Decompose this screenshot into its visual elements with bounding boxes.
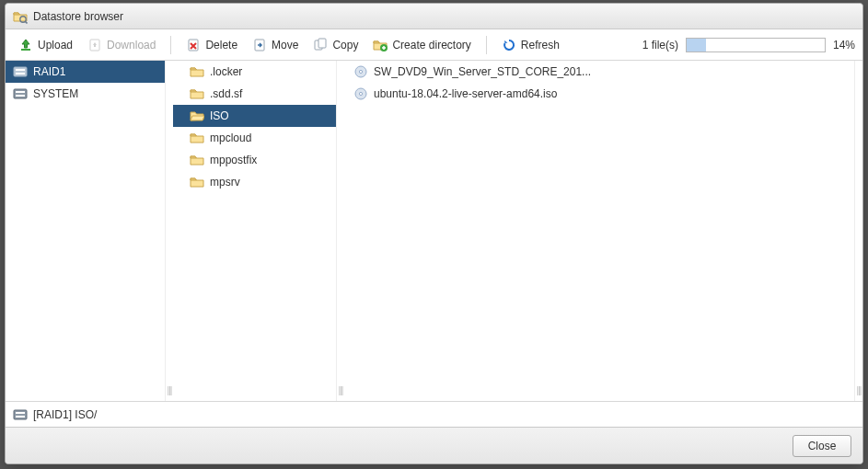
refresh-button[interactable]: Refresh <box>496 34 565 56</box>
datastore-icon <box>13 407 28 422</box>
folder-name: mppostfix <box>210 154 257 166</box>
folder-item[interactable]: mpsrv <box>173 171 336 193</box>
folder-icon <box>190 109 204 123</box>
folder-plus-icon <box>373 38 388 52</box>
folder-icon <box>190 86 204 101</box>
datastore-column: RAID1SYSTEM <box>6 61 166 401</box>
datastore-name: SYSTEM <box>33 87 78 100</box>
copy-icon <box>313 38 328 52</box>
datastore-browser-dialog: Datastore browser Upload Download Delete… <box>5 3 863 464</box>
delete-label: Delete <box>205 39 237 51</box>
folder-icon <box>190 153 204 167</box>
download-button[interactable]: Download <box>82 34 161 56</box>
delete-icon <box>186 38 201 52</box>
folder-item[interactable]: .locker <box>173 61 336 83</box>
titlebar: Datastore browser <box>6 4 862 29</box>
move-icon <box>252 38 267 52</box>
download-icon <box>87 38 102 52</box>
toolbar-separator <box>486 36 487 54</box>
folder-item[interactable]: .sdd.sf <box>173 83 336 105</box>
toolbar-separator <box>170 36 171 54</box>
column-resizer[interactable]: ||| <box>166 61 173 401</box>
download-label: Download <box>107 39 156 51</box>
folder-icon <box>190 131 204 145</box>
datastore-name: RAID1 <box>33 65 65 78</box>
datastore-item[interactable]: SYSTEM <box>6 83 165 105</box>
delete-button[interactable]: Delete <box>180 34 243 56</box>
datastore-browser-icon <box>13 9 28 24</box>
folder-item[interactable]: ISO <box>173 105 336 127</box>
toolbar: Upload Download Delete Move Copy Create … <box>6 29 862 61</box>
file-column: SW_DVD9_Win_Server_STD_CORE_201...ubuntu… <box>344 61 855 401</box>
upload-button[interactable]: Upload <box>13 34 78 56</box>
datastore-icon <box>13 64 28 79</box>
datastore-icon <box>13 86 28 101</box>
folder-name: mpcloud <box>210 132 251 144</box>
dialog-footer: Close <box>6 427 862 463</box>
content-area: RAID1SYSTEM ||| .locker.sdd.sfISOmpcloud… <box>6 61 862 401</box>
file-name: ubuntu-18.04.2-live-server-amd64.iso <box>374 87 557 100</box>
upload-progress <box>686 38 826 52</box>
create-directory-label: Create directory <box>392 39 470 51</box>
column-resizer[interactable]: ||| <box>855 61 862 401</box>
folder-name: ISO <box>210 109 229 122</box>
iso-icon <box>353 64 368 79</box>
upload-icon <box>18 38 33 52</box>
folder-name: mpsrv <box>210 176 240 189</box>
path-bar: [RAID1] ISO/ <box>6 401 862 427</box>
window-title: Datastore browser <box>33 10 123 23</box>
column-resizer[interactable]: ||| <box>337 61 344 401</box>
datastore-item[interactable]: RAID1 <box>6 61 165 83</box>
file-name: SW_DVD9_Win_Server_STD_CORE_201... <box>374 65 591 78</box>
iso-icon <box>353 86 368 101</box>
copy-label: Copy <box>332 39 358 51</box>
file-item[interactable]: SW_DVD9_Win_Server_STD_CORE_201... <box>344 61 854 83</box>
folder-name: .sdd.sf <box>210 87 242 100</box>
move-label: Move <box>272 39 298 51</box>
refresh-icon <box>502 38 516 52</box>
folder-item[interactable]: mppostfix <box>173 149 336 171</box>
folder-item[interactable]: mpcloud <box>173 127 336 149</box>
copy-button[interactable]: Copy <box>307 34 364 56</box>
create-directory-button[interactable]: Create directory <box>367 34 476 56</box>
path-text: [RAID1] ISO/ <box>33 408 97 421</box>
file-item[interactable]: ubuntu-18.04.2-live-server-amd64.iso <box>344 83 854 105</box>
close-button[interactable]: Close <box>793 435 851 457</box>
folder-column: .locker.sdd.sfISOmpcloudmppostfixmpsrv <box>173 61 337 401</box>
upload-label: Upload <box>38 39 73 51</box>
folder-name: .locker <box>210 65 242 78</box>
upload-progress-percent: 14% <box>833 39 855 51</box>
upload-progress-bar <box>687 39 706 51</box>
folder-icon <box>190 64 204 79</box>
move-button[interactable]: Move <box>247 34 304 56</box>
upload-status: 1 file(s) 14% <box>642 38 855 52</box>
file-count-label: 1 file(s) <box>642 39 678 51</box>
folder-icon <box>190 175 204 189</box>
refresh-label: Refresh <box>521 39 560 51</box>
